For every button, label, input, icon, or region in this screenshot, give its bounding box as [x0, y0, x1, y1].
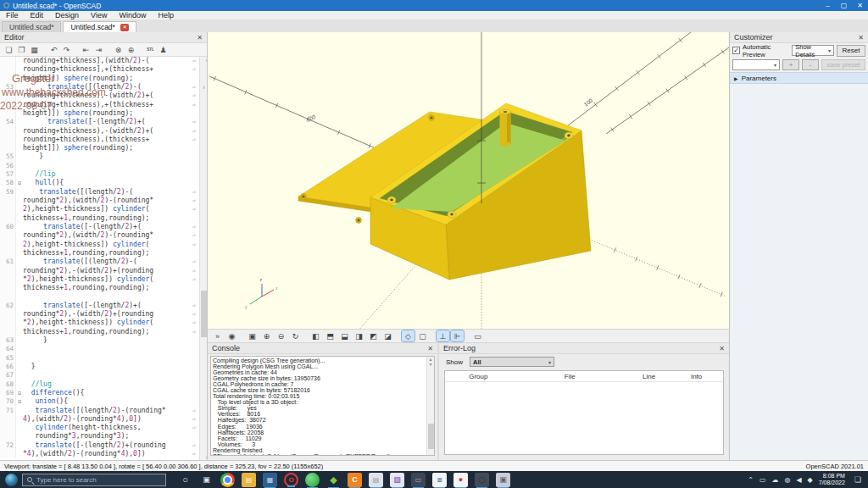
render-icon[interactable]: ◉: [225, 330, 238, 341]
error-log-filter-select[interactable]: All ▾: [470, 357, 554, 367]
parameters-section-header[interactable]: ▶ Parameters: [730, 72, 868, 84]
document-app-icon[interactable]: ≣: [432, 473, 447, 487]
print-icon[interactable]: ♟: [157, 44, 170, 55]
undo-icon[interactable]: ↶: [47, 44, 60, 55]
save-icon[interactable]: ▦: [28, 44, 41, 55]
preset-select[interactable]: ▾: [732, 59, 780, 70]
viewport-3d[interactable]: 100 100: [208, 32, 729, 329]
menu-file[interactable]: File: [0, 11, 25, 19]
error-log-close-icon[interactable]: ✕: [719, 345, 725, 352]
start-button[interactable]: [0, 474, 22, 486]
tray-network-icon[interactable]: ◍: [784, 476, 790, 484]
scroll-up-icon[interactable]: ▲: [203, 57, 207, 62]
orange-c-app-icon[interactable]: C: [348, 473, 362, 487]
tray-dropbox-icon[interactable]: ◆: [808, 476, 813, 484]
fold-marker[interactable]: ⊟: [15, 397, 23, 406]
reset-view-icon[interactable]: ↻: [289, 330, 302, 341]
zoom-all-icon[interactable]: ▣: [246, 330, 259, 341]
menu-help[interactable]: Help: [152, 11, 180, 19]
editor-scrollbar[interactable]: ▲ ▼: [199, 57, 207, 460]
red-app-icon[interactable]: ●: [453, 473, 468, 487]
column-header-info[interactable]: Info: [670, 373, 723, 380]
view-diagonal-icon[interactable]: ◇: [402, 330, 415, 341]
view-center-icon[interactable]: ▢: [416, 330, 429, 341]
fold-marker: [15, 197, 23, 205]
remove-preset-button[interactable]: -: [802, 59, 819, 70]
tab-untitled-1[interactable]: Untitled.scad*: [2, 21, 61, 32]
openscad-taskbar-icon[interactable]: ⬡: [475, 473, 489, 487]
console-log[interactable]: Compiling design (CSG Tree generation)..…: [210, 356, 435, 456]
show-scale-markers-icon[interactable]: ⊩: [451, 330, 464, 341]
remote-screen-app-icon[interactable]: ▭: [411, 473, 426, 487]
action-center-icon[interactable]: ❏: [854, 475, 861, 484]
menu-window[interactable]: Window: [113, 11, 152, 19]
minimize-button[interactable]: –: [820, 0, 836, 11]
indent-icon[interactable]: ⇥: [92, 44, 105, 55]
view-top-icon[interactable]: ⬒: [324, 330, 337, 341]
preview-icon[interactable]: ⊗: [112, 44, 125, 55]
notes-app-icon[interactable]: ▤: [369, 473, 383, 487]
export-stl-icon[interactable]: STL: [144, 44, 157, 55]
preview-icon[interactable]: »: [211, 330, 224, 341]
unindent-icon[interactable]: ⇤: [80, 44, 92, 55]
tray-display-icon[interactable]: ▭: [760, 476, 766, 484]
fold-marker[interactable]: ⊟: [15, 179, 23, 187]
column-header-line[interactable]: Line: [628, 373, 670, 380]
map-app-icon[interactable]: ▨: [390, 473, 404, 487]
opera-icon[interactable]: O: [284, 473, 298, 487]
render-icon[interactable]: ⊕: [125, 44, 137, 55]
add-preset-button[interactable]: +: [782, 59, 799, 70]
save-preset-button[interactable]: save preset: [821, 59, 865, 70]
console-scroll-thumb[interactable]: [428, 424, 434, 449]
automatic-preview-checkbox[interactable]: ✓: [732, 47, 740, 54]
file-explorer-icon[interactable]: ▤: [242, 473, 256, 487]
splitter-collapse-icon[interactable]: ›: [203, 83, 205, 92]
chip-app-icon[interactable]: ▣: [496, 473, 510, 487]
tray-chevron-icon[interactable]: ⌃: [748, 476, 754, 484]
close-button[interactable]: ✕: [852, 0, 868, 11]
task-view-button[interactable]: ▣: [199, 473, 214, 487]
menu-edit[interactable]: Edit: [25, 11, 50, 19]
fold-marker[interactable]: ⊟: [15, 389, 23, 397]
maximize-button[interactable]: ▢: [836, 0, 852, 11]
tab-untitled-2[interactable]: Untitled.scad*✕: [63, 21, 136, 32]
cortana-button[interactable]: ○: [178, 473, 192, 487]
view-bottom-icon[interactable]: ⬓: [338, 330, 351, 341]
editor-scroll-thumb[interactable]: [201, 291, 207, 337]
view-back-icon[interactable]: ◪: [381, 330, 394, 341]
view-right-icon[interactable]: ◧: [309, 330, 322, 341]
menu-view[interactable]: View: [85, 11, 113, 19]
open-file-icon[interactable]: ❐: [15, 44, 28, 55]
zoom-out-icon[interactable]: ⊖: [275, 330, 287, 341]
console-close-icon[interactable]: ✕: [427, 345, 433, 352]
tray-volume-icon[interactable]: ◀: [796, 476, 801, 484]
column-header-file[interactable]: File: [512, 373, 628, 380]
taskbar-clock[interactable]: 8:08 PM 7/08/2022: [819, 473, 845, 486]
fold-marker: [15, 319, 23, 327]
view-front-icon[interactable]: ◩: [367, 330, 380, 341]
editor-close-icon[interactable]: ✕: [197, 34, 203, 42]
reset-button[interactable]: Reset: [837, 45, 865, 57]
green-circle-app-icon[interactable]: ●: [305, 473, 320, 487]
green-drop-app-icon[interactable]: ◆: [326, 473, 341, 487]
customizer-close-icon[interactable]: ✕: [858, 34, 864, 42]
column-header-group[interactable]: Group: [445, 373, 512, 380]
code-editor[interactable]: Grogster www.thebackshed.com 2022-08-07 …: [0, 57, 207, 460]
details-select[interactable]: Show Details ▾: [792, 45, 834, 56]
wrap-marker-icon: ⏎: [192, 258, 199, 266]
taskbar-search-input[interactable]: Type here to search: [22, 474, 166, 486]
chrome-icon[interactable]: [220, 473, 235, 487]
title-bar[interactable]: ⬡ Untitled.scad* - OpenSCAD – ▢ ✕: [0, 0, 868, 11]
menu-design[interactable]: Design: [49, 11, 85, 19]
scroll-down-icon[interactable]: ▼: [429, 362, 433, 367]
show-axes-icon[interactable]: ⊥: [437, 330, 449, 341]
new-file-icon[interactable]: ❏: [3, 44, 15, 55]
tab-close-icon[interactable]: ✕: [120, 24, 129, 31]
console-scrollbar[interactable]: ▲ ▼: [426, 357, 434, 455]
view-all-icon[interactable]: ▭: [471, 330, 484, 341]
calculator-icon[interactable]: ▦: [263, 473, 277, 487]
tray-onedrive-icon[interactable]: ☁: [771, 476, 778, 484]
redo-icon[interactable]: ↷: [60, 44, 73, 55]
view-left-icon[interactable]: ◨: [353, 330, 365, 341]
zoom-in-icon[interactable]: ⊕: [260, 330, 273, 341]
